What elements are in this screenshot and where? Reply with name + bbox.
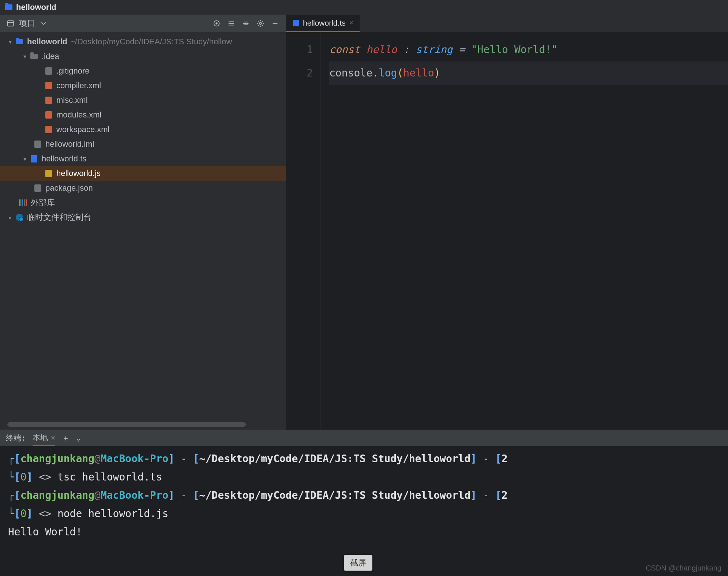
tree-misc-xml[interactable]: misc.xml <box>0 93 286 108</box>
tree-root[interactable]: ▾ helloworld ~/Desktop/myCode/IDEA/JS:TS… <box>0 34 286 49</box>
tree-gitignore[interactable]: .gitignore <box>0 64 286 78</box>
chevron-down-icon: ▾ <box>21 53 29 60</box>
terminal-panel: 终端: 本地 × ＋ ⌄ ┌[changjunkang@MacBook-Pro]… <box>0 430 728 576</box>
chevron-down-icon: ▾ <box>21 156 29 162</box>
iml-file-icon <box>34 141 41 148</box>
tree-label: helloworld.iml <box>45 139 94 149</box>
tree-external-libs[interactable]: 外部库 <box>0 195 286 210</box>
panel-icon[interactable] <box>6 19 15 28</box>
svg-point-10 <box>259 22 262 25</box>
chevron-down-icon: ▾ <box>7 38 14 45</box>
tree-label: helloworld.ts <box>42 154 86 164</box>
tree-root-path: ~/Desktop/myCode/IDEA/JS:TS Study/hellow <box>70 37 232 46</box>
sidebar-horizontal-scrollbar[interactable] <box>7 422 278 427</box>
tree-package-json[interactable]: package.json <box>0 181 286 195</box>
tree-label: workspace.xml <box>56 125 109 134</box>
xml-file-icon <box>45 126 52 133</box>
line-gutter: 1 2 <box>286 32 320 430</box>
svg-rect-0 <box>8 21 14 26</box>
line-number: 1 <box>286 38 313 61</box>
tree-compiler-xml[interactable]: compiler.xml <box>0 78 286 93</box>
code-line: console.log(hello) <box>329 61 728 85</box>
code-body[interactable]: const hello : string = "Hello World!" co… <box>320 32 728 430</box>
project-sidebar: 项目 ▾ helloworld ~/Desktop/myCode/IDEA/JS… <box>0 15 286 430</box>
hide-panel-icon[interactable] <box>270 19 280 28</box>
terminal-dropdown-icon[interactable]: ⌄ <box>76 434 81 442</box>
project-title: helloworld <box>16 3 56 12</box>
tree-modules-xml[interactable]: modules.xml <box>0 108 286 122</box>
scratch-icon <box>16 214 23 221</box>
js-file-icon <box>45 170 52 177</box>
close-icon[interactable]: × <box>349 19 353 27</box>
tree-scratches[interactable]: ▸ 临时文件和控制台 <box>0 210 286 225</box>
watermark: CSDN @changjunkang <box>646 564 721 572</box>
code-line: const hello : string = "Hello World!" <box>329 38 728 61</box>
tree-root-name: helloworld <box>27 37 67 46</box>
tree-label: 临时文件和控制台 <box>27 212 91 223</box>
chevron-right-icon: ▸ <box>7 214 14 221</box>
expand-all-icon[interactable] <box>226 19 236 28</box>
tree-idea-folder[interactable]: ▾ .idea <box>0 49 286 64</box>
project-folder-icon <box>5 4 12 10</box>
gear-icon[interactable] <box>256 19 265 28</box>
svg-point-3 <box>216 23 217 24</box>
json-file-icon <box>34 184 41 192</box>
tree-label: modules.xml <box>56 110 101 120</box>
tree-label: package.json <box>45 183 93 193</box>
tree-label: .idea <box>42 52 59 61</box>
editor-tabs: helloworld.ts × <box>286 15 728 32</box>
collapse-all-icon[interactable] <box>241 19 251 28</box>
tree-label: 外部库 <box>31 197 55 208</box>
locate-icon[interactable] <box>212 19 221 28</box>
libraries-icon <box>19 199 27 206</box>
code-editor[interactable]: 1 2 const hello : string = "Hello World!… <box>286 32 728 430</box>
tree-label: helloworld.js <box>56 169 101 178</box>
ts-file-icon <box>293 20 299 26</box>
tree-label: .gitignore <box>56 66 90 76</box>
sidebar-title: 项目 <box>19 18 35 29</box>
folder-icon <box>16 39 23 44</box>
terminal-tabs: 终端: 本地 × ＋ ⌄ <box>0 430 728 446</box>
window-titlebar: helloworld <box>0 0 728 15</box>
xml-file-icon <box>45 82 52 89</box>
close-icon[interactable]: × <box>51 433 56 442</box>
terminal-tab-label: 本地 <box>33 433 48 443</box>
xml-file-icon <box>45 97 52 104</box>
terminal-panel-label: 终端: <box>6 433 26 443</box>
gitignore-file-icon <box>45 67 52 75</box>
tree-label: compiler.xml <box>56 81 101 90</box>
tree-label: misc.xml <box>56 96 88 105</box>
line-number: 2 <box>286 61 313 85</box>
add-terminal-button[interactable]: ＋ <box>62 433 70 443</box>
sidebar-toolbar: 项目 <box>0 15 286 32</box>
ts-file-icon <box>31 155 37 162</box>
editor-area: helloworld.ts × 1 2 const hello : string… <box>286 15 728 430</box>
editor-tab-helloworld-ts[interactable]: helloworld.ts × <box>286 15 360 32</box>
dropdown-caret-icon[interactable] <box>39 19 48 28</box>
folder-icon <box>30 54 38 59</box>
xml-file-icon <box>45 111 52 119</box>
tree-iml[interactable]: helloworld.iml <box>0 137 286 152</box>
terminal-tab-local[interactable]: 本地 × <box>33 430 56 446</box>
tree-helloworld-ts[interactable]: ▾ helloworld.ts <box>0 152 286 166</box>
tab-label: helloworld.ts <box>303 19 346 27</box>
tree-helloworld-js[interactable]: helloworld.js <box>0 166 286 181</box>
tree-workspace-xml[interactable]: workspace.xml <box>0 122 286 137</box>
screenshot-button[interactable]: 截屏 <box>344 555 372 571</box>
project-tree: ▾ helloworld ~/Desktop/myCode/IDEA/JS:TS… <box>0 32 286 421</box>
